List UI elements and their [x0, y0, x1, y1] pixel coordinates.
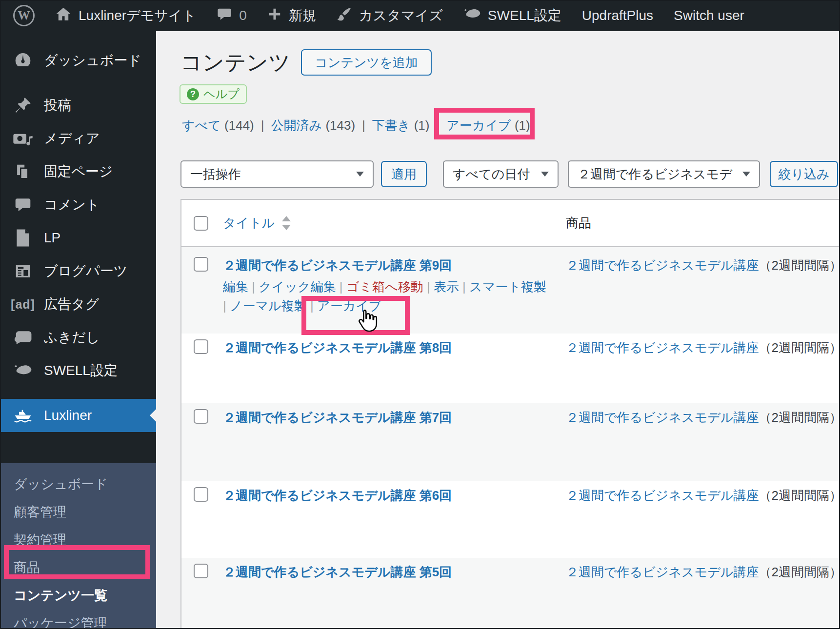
speech-balloon-icon [13, 330, 33, 345]
swell-settings-shortcut[interactable]: SWELL設定 [453, 0, 572, 31]
bulk-action-select[interactable]: 一括操作 [180, 160, 374, 188]
new-label: 新規 [289, 6, 316, 25]
filter-draft-link[interactable]: 下書き [372, 118, 411, 133]
help-button[interactable]: ? ヘルプ [180, 84, 247, 104]
filter-archive[interactable]: アーカイブ (1) [446, 118, 530, 133]
wordpress-logo-icon: W [13, 5, 35, 26]
comment-bubble-icon [13, 196, 33, 214]
row-checkbox[interactable] [194, 564, 208, 578]
filter-published[interactable]: 公開済み (143) [271, 118, 356, 133]
column-title-sort[interactable]: タイトル [223, 215, 291, 232]
row-action-archive[interactable]: アーカイブ [317, 298, 381, 313]
table-header: タイトル 商品 [181, 200, 840, 247]
sidebar-item-label: Luxliner [44, 408, 92, 423]
dashboard-gauge-icon [13, 51, 33, 70]
filter-all[interactable]: すべて (144) [182, 118, 254, 133]
help-question-icon: ? [187, 88, 199, 100]
row-product-link[interactable]: ２週間で作るビジネスモデル講座 [566, 565, 759, 579]
new-content-menu[interactable]: 新規 [257, 0, 326, 31]
row-title-link[interactable]: ２週間で作るビジネスモデル講座 第5回 [223, 564, 452, 580]
date-filter-select[interactable]: すべての日付 [443, 160, 559, 188]
status-filters: すべて (144)|公開済み (143)|下書き (1)|アーカイブ (1) [182, 117, 530, 134]
sidebar-item-ad-tags[interactable]: [ad] 広告タグ [0, 288, 156, 321]
sidebar-item-luxliner[interactable]: Luxliner [0, 399, 156, 432]
customize-link[interactable]: カスタマイズ [326, 0, 453, 31]
submenu-item-dashboard[interactable]: ダッシュボード [0, 470, 156, 498]
row-action-edit[interactable]: 編集 [223, 279, 248, 294]
site-name: Luxlinerデモサイト [79, 6, 196, 25]
select-all-checkbox[interactable] [194, 216, 208, 231]
table-row: ２週間で作るビジネスモデル講座 第5回 ２週間で作るビジネスモデル講座（2週間間… [181, 558, 840, 629]
switch-user-menu[interactable]: Switch user [663, 0, 755, 31]
filter-all-link[interactable]: すべて [182, 118, 221, 133]
row-title-link[interactable]: ２週間で作るビジネスモデル講座 第9回 [223, 257, 452, 274]
actions-line-2: | ノーマル複製 | アーカイブ [223, 296, 566, 315]
apply-button[interactable]: 適用 [381, 161, 427, 187]
customize-label: カスタマイズ [359, 6, 443, 25]
admin-sidebar: ダッシュボード 投稿 メディア 固定ページ コメント LP ブログパーツ [ad… [0, 31, 156, 629]
submenu-label: パッケージ管理 [14, 614, 107, 629]
submenu-item-contents-list[interactable]: コンテンツ一覧 [0, 581, 156, 609]
submenu-item-products[interactable]: 商品 [0, 553, 156, 581]
sidebar-item-label: LP [44, 230, 60, 246]
sidebar-item-comments[interactable]: コメント [0, 188, 156, 221]
row-action-normal-duplicate[interactable]: ノーマル複製 [230, 298, 307, 313]
sidebar-item-posts[interactable]: 投稿 [0, 89, 156, 122]
row-product-link[interactable]: ２週間で作るビジネスモデル講座 [566, 488, 759, 503]
site-link[interactable]: Luxlinerデモサイト [45, 0, 206, 31]
row-product-link[interactable]: ２週間で作るビジネスモデル講座 [566, 258, 759, 273]
switch-user-label: Switch user [674, 8, 744, 23]
bulk-action-value: 一括操作 [190, 166, 241, 183]
wordpress-menu[interactable]: W [3, 0, 45, 31]
blog-parts-layout-icon [13, 262, 33, 280]
row-checkbox[interactable] [194, 257, 208, 272]
filter-separator: | [436, 118, 440, 133]
admin-bar: W Luxlinerデモサイト 0 新規 カスタマイズ SWELL設定 Updr… [0, 0, 840, 31]
row-product-link[interactable]: ２週間で作るビジネスモデル講座 [566, 410, 759, 425]
row-checkbox[interactable] [194, 487, 208, 502]
row-checkbox[interactable] [194, 409, 208, 424]
date-filter-value: すべての日付 [453, 166, 530, 183]
row-product-suffix: （2週間間隔） [759, 565, 840, 579]
action-separator: | [423, 279, 434, 294]
row-title-link[interactable]: ２週間で作るビジネスモデル講座 第6回 [223, 487, 452, 504]
row-checkbox[interactable] [194, 339, 208, 354]
submenu-label: コンテンツ一覧 [14, 587, 107, 604]
filter-archive-link[interactable]: アーカイブ [446, 118, 511, 133]
updraftplus-menu[interactable]: UpdraftPlus [572, 0, 663, 31]
sidebar-item-media[interactable]: メディア [0, 122, 156, 155]
sidebar-item-blog-parts[interactable]: ブログパーツ [0, 255, 156, 288]
submenu-item-contracts[interactable]: 契約管理 [0, 526, 156, 553]
filter-published-count: (143) [325, 118, 355, 133]
chevron-down-icon [541, 172, 549, 177]
row-title-link[interactable]: ２週間で作るビジネスモデル講座 第8回 [223, 339, 452, 356]
comment-count: 0 [239, 8, 247, 23]
row-action-smart-duplicate[interactable]: スマート複製 [469, 279, 546, 294]
row-action-view[interactable]: 表示 [434, 279, 459, 294]
row-product-link[interactable]: ２週間で作るビジネスモデル講座 [566, 340, 759, 355]
sidebar-item-speech-balloon[interactable]: ふきだし [0, 321, 156, 354]
sidebar-item-label: メディア [44, 129, 100, 148]
row-action-trash[interactable]: ゴミ箱へ移動 [346, 279, 423, 294]
submenu-item-packages[interactable]: パッケージ管理 [0, 609, 156, 629]
filter-published-link[interactable]: 公開済み [271, 118, 322, 133]
sidebar-item-lp[interactable]: LP [0, 221, 156, 255]
filter-draft[interactable]: 下書き (1) [372, 118, 430, 133]
submenu-item-customers[interactable]: 顧客管理 [0, 498, 156, 526]
add-content-button[interactable]: コンテンツを追加 [301, 49, 432, 76]
table-row: ２週間で作るビジネスモデル講座 第9回 編集 | クイック編集 | ゴミ箱へ移動… [181, 247, 840, 334]
sidebar-item-dashboard[interactable]: ダッシュボード [0, 45, 156, 76]
course-filter-select[interactable]: ２週間で作るビジネスモデ [568, 160, 760, 188]
comments-shortcut[interactable]: 0 [206, 0, 257, 31]
filter-button[interactable]: 絞り込み [770, 161, 838, 187]
row-actions: 編集 | クイック編集 | ゴミ箱へ移動 | 表示 | スマート複製 | ノーマ… [223, 277, 566, 315]
row-action-quick-edit[interactable]: クイック編集 [259, 279, 336, 294]
sidebar-item-pages[interactable]: 固定ページ [0, 155, 156, 188]
media-icon [13, 130, 33, 147]
row-title-link[interactable]: ２週間で作るビジネスモデル講座 第7回 [223, 409, 452, 426]
sidebar-item-label: ふきだし [44, 328, 100, 347]
sidebar-item-swell-settings[interactable]: SWELL設定 [0, 354, 156, 387]
lp-document-icon [13, 229, 33, 247]
table-row: ２週間で作るビジネスモデル講座 第6回 ２週間で作るビジネスモデル講座（2週間間… [181, 481, 840, 558]
sidebar-item-label: ブログパーツ [44, 262, 127, 280]
